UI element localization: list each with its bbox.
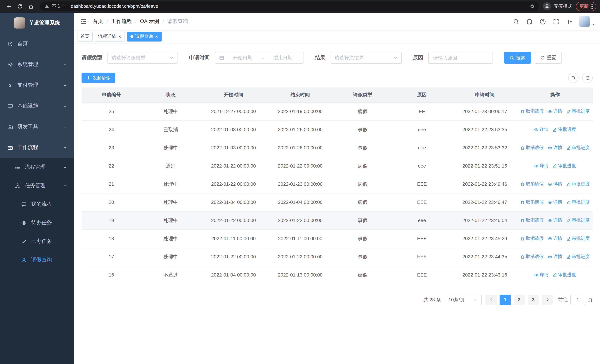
sidebar-item-task-mgmt[interactable]: 任务管理: [0, 177, 74, 195]
start-date-placeholder: 开始日期: [226, 55, 260, 61]
tab-close-icon[interactable]: ×: [155, 34, 158, 39]
detail-link[interactable]: 详情: [548, 253, 562, 260]
table-row-16[interactable]: 16不通过2022-01-04 00:00:002022-01-13 00:00…: [82, 266, 593, 284]
create-leave-button[interactable]: 发起请假: [82, 73, 115, 83]
table-row-20[interactable]: 20处理中2022-01-04 00:00:002022-01-04 00:00…: [82, 193, 593, 211]
browser-reload-icon[interactable]: [15, 1, 25, 11]
tab-close-icon[interactable]: ×: [118, 34, 121, 39]
cancel-leave-link[interactable]: 取消请假: [520, 108, 544, 114]
cancel-leave-link[interactable]: 取消请假: [520, 145, 544, 151]
table-row-17[interactable]: 17处理中2022-01-22 00:00:002022-01-22 00:00…: [82, 248, 593, 266]
github-icon[interactable]: [523, 13, 536, 30]
cancel-leave-link[interactable]: 取消请假: [520, 235, 544, 242]
sidebar-item-todo-tasks[interactable]: 待办任务: [0, 214, 74, 232]
sidebar-item-home[interactable]: 首页: [0, 33, 74, 54]
search-icon[interactable]: [509, 13, 523, 30]
approval-progress-link[interactable]: 审批进度: [553, 272, 576, 278]
sidebar-item-workflow[interactable]: 工作流程: [0, 137, 74, 158]
cell-end: 2022-01-26 00:00:00: [267, 121, 334, 139]
sidebar-item-process-mgmt[interactable]: 流程管理: [0, 158, 74, 177]
result-select[interactable]: 请选择流结果: [331, 52, 402, 64]
sidebar-item-leave-query[interactable]: 请假查询: [0, 251, 74, 269]
approval-progress-link[interactable]: 审批进度: [566, 235, 590, 242]
page-buttons: 123: [486, 295, 553, 305]
approval-progress-link[interactable]: 审批进度: [566, 217, 590, 224]
font-size-icon[interactable]: [562, 13, 576, 30]
tab-leave-query[interactable]: 请假查询×: [127, 32, 162, 41]
table-row-23[interactable]: 23处理中2022-01-03 00:00:002022-01-26 00:00…: [82, 139, 593, 157]
breadcrumb-item[interactable]: OA 示例: [140, 18, 159, 25]
page-size-select[interactable]: 10条/页: [445, 295, 482, 305]
page-button-2[interactable]: 2: [514, 295, 525, 305]
approval-progress-link[interactable]: 审批进度: [553, 163, 576, 169]
approval-progress-link[interactable]: 审批进度: [566, 145, 590, 151]
browser-home-icon[interactable]: [26, 1, 36, 11]
cell-type: 病假: [334, 102, 392, 121]
detail-link[interactable]: 详情: [548, 217, 562, 224]
refresh-table-icon[interactable]: [582, 73, 593, 83]
detail-link[interactable]: 详情: [548, 199, 562, 205]
page-button-3[interactable]: 3: [528, 295, 539, 305]
page-button-1[interactable]: 1: [500, 295, 511, 305]
detail-link[interactable]: 详情: [534, 126, 548, 133]
goto-page-input[interactable]: [570, 295, 585, 305]
tab-process-detail[interactable]: 流程详情×: [95, 32, 125, 41]
approval-progress-link[interactable]: 审批进度: [566, 253, 590, 260]
logo[interactable]: 芋道管理系统: [0, 13, 74, 33]
sidebar-item-payment[interactable]: ¥支付管理: [0, 75, 74, 96]
help-icon[interactable]: [536, 13, 549, 30]
detail-link[interactable]: 详情: [548, 108, 562, 114]
reset-button[interactable]: 重置: [535, 52, 562, 64]
approval-progress-link[interactable]: 审批进度: [566, 199, 590, 205]
sidebar-item-done-tasks[interactable]: 已办任务: [0, 232, 74, 251]
prev-page-button[interactable]: [486, 295, 497, 305]
not-secure-warning-icon[interactable]: [45, 4, 49, 9]
breadcrumb-item[interactable]: 工作流程: [111, 18, 132, 25]
approval-progress-link[interactable]: 审批进度: [553, 126, 576, 133]
sidebar-item-devtools[interactable]: 研发工具: [0, 116, 74, 137]
detail-link[interactable]: 详情: [548, 235, 562, 242]
table-row-19[interactable]: 19处理中2022-01-22 00:00:002022-01-22 00:00…: [82, 211, 593, 229]
hamburger-icon[interactable]: [74, 13, 93, 30]
detail-link[interactable]: 详情: [534, 163, 548, 169]
sidebar-item-label: 研发工具: [18, 123, 38, 130]
detail-link[interactable]: 详情: [534, 272, 548, 278]
table-row-18[interactable]: 18处理中2022-01-11 00:00:002022-01-11 00:00…: [82, 229, 593, 248]
update-button[interactable]: 更新: [576, 2, 596, 11]
next-page-button[interactable]: [542, 295, 553, 305]
table-row-22[interactable]: 22通过2022-01-22 00:00:002022-01-22 00:00:…: [82, 157, 593, 175]
avatar-caret-icon[interactable]: [591, 22, 596, 27]
table-row-25[interactable]: 25处理中2021-12-27 00:00:002022-01-19 00:00…: [82, 102, 593, 121]
browser-menu-icon[interactable]: [591, 4, 593, 9]
bookmark-star-icon[interactable]: [530, 4, 535, 9]
approval-progress-link[interactable]: 审批进度: [566, 108, 590, 114]
approval-progress-link[interactable]: 审批进度: [566, 181, 590, 187]
cancel-leave-link[interactable]: 取消请假: [520, 199, 544, 205]
cell-start: 2022-01-22 00:00:00: [200, 157, 267, 175]
table-row-21[interactable]: 21处理中2022-01-22 00:00:002022-01-23 00:00…: [82, 175, 593, 193]
table-row-24[interactable]: 24已取消2022-01-03 00:00:002022-01-26 00:00…: [82, 121, 593, 139]
breadcrumb-item[interactable]: 首页: [93, 18, 103, 25]
sidebar-item-my-process[interactable]: 我的流程: [0, 195, 74, 214]
cancel-leave-link[interactable]: 取消请假: [520, 217, 544, 224]
address-bar[interactable]: 不安全 dashboard.yudao.iocoder.cn/bpm/oa/le…: [40, 1, 539, 11]
eye-icon: [548, 218, 552, 223]
avatar[interactable]: [579, 16, 590, 27]
cell-end: 2022-01-23 00:00:00: [267, 175, 334, 193]
browser-back-icon[interactable]: [4, 1, 14, 11]
fullscreen-icon[interactable]: [549, 13, 562, 30]
toggle-search-icon[interactable]: [568, 73, 579, 83]
sidebar-item-infra[interactable]: 基础设施: [0, 96, 74, 116]
detail-link[interactable]: 详情: [548, 145, 562, 151]
detail-link[interactable]: 详情: [548, 181, 562, 187]
cell-reason: EEE: [392, 193, 452, 211]
apply-time-range-picker[interactable]: 开始日期 - 结束日期: [215, 52, 304, 64]
search-button[interactable]: 搜索: [504, 52, 531, 64]
reason-input[interactable]: [428, 52, 493, 64]
cancel-leave-link[interactable]: 取消请假: [520, 253, 544, 260]
leave-type-select[interactable]: 请选择请假类型: [107, 52, 178, 64]
cancel-leave-link[interactable]: 取消请假: [520, 181, 544, 187]
cell-id: 22: [82, 157, 141, 175]
tab-home[interactable]: 首页: [77, 32, 93, 41]
sidebar-item-system[interactable]: 系统管理: [0, 54, 74, 75]
